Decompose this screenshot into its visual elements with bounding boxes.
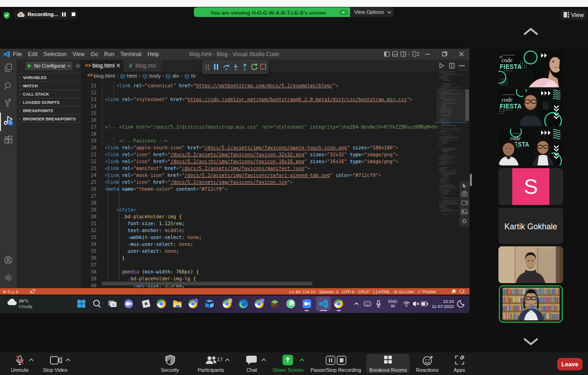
svg-text:11-07-2022: 11-07-2022 xyxy=(432,304,454,309)
svg-text:ENG: ENG xyxy=(388,299,397,304)
svg-text:FIESTA: FIESTA xyxy=(500,102,522,110)
svg-text:IN: IN xyxy=(391,304,395,308)
svg-text:S: S xyxy=(524,175,538,199)
svg-text:12:24: 12:24 xyxy=(443,299,454,304)
svg-text:FIESTA: FIESTA xyxy=(500,62,522,70)
